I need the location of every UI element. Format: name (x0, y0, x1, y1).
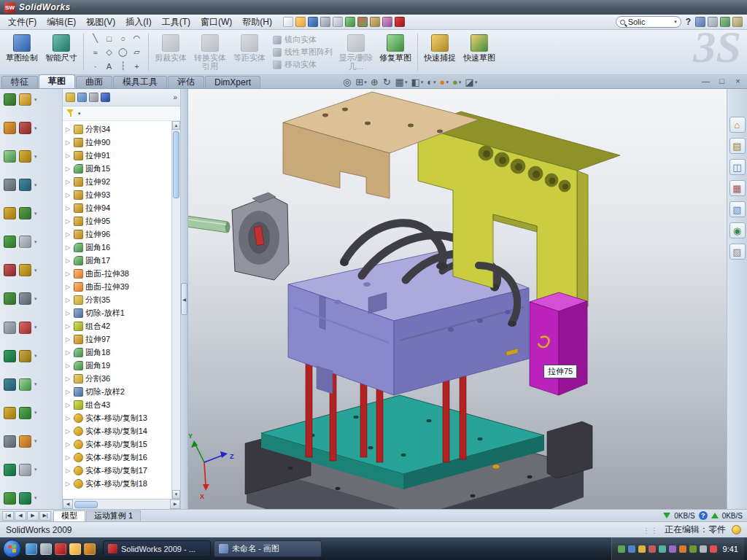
apply-scene-icon[interactable]: ● ▾ (451, 76, 462, 88)
quick-snaps-button[interactable]: 快速捕捉 (421, 31, 459, 73)
tray-icon[interactable] (679, 545, 686, 553)
polygon-tool[interactable]: ◇ (102, 45, 116, 59)
expand-arrow-icon[interactable] (66, 376, 71, 382)
internet-explorer-icon[interactable] (26, 543, 37, 555)
command-tab[interactable]: 曲面 (76, 76, 112, 88)
menu-item[interactable]: 插入(I) (120, 15, 156, 30)
expand-arrow-icon[interactable] (66, 126, 71, 133)
tray-icon[interactable] (618, 545, 625, 553)
zoom-area-icon[interactable]: ⊞ ▾ (354, 76, 368, 88)
flyout-arrow-icon[interactable]: ▾ (34, 438, 37, 444)
taskbar-task-paint[interactable]: 未命名 - 画图 (214, 540, 322, 557)
undo-icon[interactable] (345, 17, 355, 27)
command-tab[interactable]: 特征 (1, 76, 38, 88)
left-toolbar-item[interactable]: ▾ (1, 464, 61, 476)
command-tab[interactable]: 评估 (168, 76, 204, 88)
open-icon[interactable] (295, 17, 306, 27)
doc-restore-button[interactable]: □ (717, 77, 727, 85)
window-split-icon[interactable] (708, 17, 718, 27)
view-orientation-icon[interactable]: ▦ ▾ (394, 76, 409, 88)
left-tool-icon-2[interactable] (19, 150, 31, 163)
menu-item[interactable]: 帮助(H) (237, 15, 277, 30)
expand-arrow-icon[interactable] (66, 179, 71, 185)
propertymanager-tab-icon[interactable] (77, 93, 87, 102)
expand-arrow-icon[interactable] (66, 166, 71, 172)
expand-arrow-icon[interactable] (66, 152, 71, 159)
scroll-left-arrow-icon[interactable] (63, 499, 73, 509)
tree-item[interactable]: 分割35 (64, 293, 170, 306)
left-tool-icon-2[interactable] (19, 207, 31, 219)
filter-funnel-icon[interactable] (66, 109, 74, 117)
text-tool[interactable]: A (102, 59, 116, 73)
custom-properties-icon[interactable]: ▨ (729, 244, 746, 260)
expand-arrow-icon[interactable] (66, 218, 71, 225)
tree-item[interactable]: 分割36 (64, 372, 170, 385)
appearance-icon[interactable] (382, 17, 392, 27)
file-explorer-icon[interactable]: ◫ (729, 159, 746, 175)
net-help-icon[interactable]: ? (699, 511, 708, 520)
tree-item[interactable]: 实体-移动/复制18 (64, 477, 170, 490)
menu-item[interactable]: 文件(F) (3, 15, 42, 30)
expand-arrow-icon[interactable] (66, 244, 71, 251)
left-tool-icon-2[interactable] (19, 322, 31, 334)
tray-icon[interactable] (669, 545, 676, 553)
tree-item[interactable]: 组合42 (64, 319, 170, 332)
expand-arrow-icon[interactable] (66, 467, 71, 474)
taskbar-task-solidworks[interactable]: SolidWorks 2009 - ... (103, 540, 211, 557)
help-extra-icon[interactable] (732, 17, 743, 27)
left-tool-icon[interactable] (4, 407, 16, 419)
new-document-icon[interactable] (283, 17, 293, 27)
left-tool-icon[interactable] (4, 464, 16, 476)
scroll-down-arrow-icon[interactable] (172, 490, 180, 499)
document-tab[interactable]: 模型 (53, 510, 85, 521)
command-tab[interactable]: 草图 (39, 74, 75, 88)
left-tool-icon-2[interactable] (19, 93, 31, 106)
expand-arrow-icon[interactable] (66, 310, 71, 316)
pan-icon[interactable]: ⊕ (369, 76, 381, 88)
command-tab[interactable]: DimXpert (205, 76, 260, 88)
hide-show-items-icon[interactable]: ◐ ▾ (425, 76, 437, 88)
left-tool-icon[interactable] (4, 435, 16, 448)
print-preview-icon[interactable] (333, 17, 343, 27)
left-toolbar-item[interactable]: ▾ (1, 179, 61, 191)
expand-arrow-icon[interactable] (66, 231, 71, 238)
rebuild-icon[interactable] (357, 17, 368, 27)
tray-icon[interactable] (689, 545, 697, 553)
left-toolbar-item[interactable]: ▾ (1, 350, 61, 362)
tree-item[interactable]: 实体-移动/复制17 (64, 464, 170, 477)
left-tool-icon-2[interactable] (19, 179, 31, 191)
expand-arrow-icon[interactable] (66, 192, 71, 198)
tree-item[interactable]: 拉伸91 (64, 149, 170, 162)
featuremanager-tab-icon[interactable] (66, 93, 75, 102)
menu-item[interactable]: 视图(V) (81, 15, 120, 30)
left-tool-icon[interactable] (4, 150, 16, 163)
expand-arrow-icon[interactable] (66, 415, 71, 421)
filter-caret-icon[interactable]: ▾ (78, 111, 81, 117)
tree-item[interactable]: 拉伸97 (64, 332, 170, 346)
left-tool-icon-2[interactable] (19, 407, 31, 419)
expand-arrow-icon[interactable] (66, 257, 71, 264)
solidworks-launcher-icon[interactable] (55, 543, 66, 555)
expand-arrow-icon[interactable] (66, 481, 71, 487)
media-player-icon[interactable] (84, 543, 96, 555)
tree-item[interactable]: 圆角17 (64, 254, 170, 267)
left-tool-icon[interactable] (4, 179, 16, 191)
internet-resources-icon[interactable]: ◉ (729, 222, 746, 238)
flyout-arrow-icon[interactable]: ▾ (34, 381, 37, 387)
expand-arrow-icon[interactable] (66, 349, 71, 356)
spline-tool[interactable]: ≈ (88, 45, 102, 59)
left-toolbar-item[interactable]: ▾ (1, 150, 61, 163)
expand-arrow-icon[interactable] (66, 284, 71, 290)
left-tool-icon-2[interactable] (19, 350, 31, 362)
tree-item[interactable]: 拉伸94 (64, 201, 170, 214)
linear-sketch-pattern-button[interactable]: 线性草图阵列 (270, 47, 336, 58)
left-tool-icon[interactable] (4, 322, 16, 334)
expand-arrow-icon[interactable] (66, 402, 71, 408)
print-icon[interactable] (320, 17, 330, 27)
tray-icon[interactable] (628, 545, 635, 553)
menu-item[interactable]: 编辑(E) (42, 15, 81, 30)
ellipse-tool[interactable]: ◯ (116, 45, 130, 59)
scroll-left-button[interactable]: ◀ (15, 511, 26, 521)
rectangle-tool[interactable]: □ (102, 31, 116, 45)
tree-item[interactable]: 拉伸95 (64, 214, 170, 228)
